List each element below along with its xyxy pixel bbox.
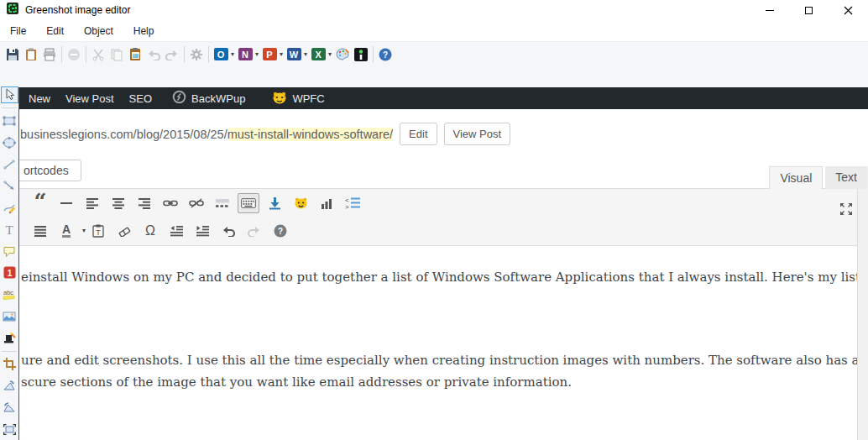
rotate-cw-tool-icon[interactable]	[1, 377, 18, 395]
obfuscate-tool-icon[interactable]	[1, 307, 18, 325]
read-more-tag-icon	[212, 193, 233, 213]
indent-icon	[191, 221, 213, 241]
shortcodes-button: ortcodes	[18, 160, 81, 181]
svg-text:T: T	[5, 223, 13, 236]
freehand-tool-icon[interactable]	[1, 199, 18, 217]
dropdown-caret-icon[interactable]: ▾	[304, 50, 307, 58]
paste-as-text-icon: T	[87, 221, 109, 241]
tinymce-toolbar-row2: A ▾ T Ω ?	[19, 217, 857, 244]
text-tool-icon[interactable]: T	[1, 221, 18, 238]
content-paragraph: ure and edit screenshots. I use this all…	[19, 349, 857, 393]
rectangle-tool-icon[interactable]	[1, 112, 18, 129]
page-background-strip	[858, 166, 868, 440]
adminbar-view-post: View Post	[58, 92, 122, 105]
redo-icon	[163, 45, 181, 65]
menu-edit[interactable]: Edit	[38, 22, 72, 40]
dropdown-caret-icon[interactable]: ▾	[280, 50, 283, 58]
greenshot-logo-icon	[7, 3, 18, 18]
edit-permalink-button: Edit	[400, 123, 437, 145]
undo-icon	[144, 45, 163, 65]
selection-tool-icon[interactable]	[1, 86, 18, 104]
counter-tool-icon[interactable]: 1	[1, 265, 18, 282]
print-icon[interactable]	[40, 45, 59, 65]
wpfc-tiger-icon	[272, 91, 287, 107]
upload-to-imgur-icon[interactable]	[352, 45, 370, 65]
permalink-row: businesslegions.com/blog/2015/08/25/must…	[20, 123, 510, 145]
svg-text:1: 1	[7, 269, 12, 278]
align-center-icon	[107, 193, 129, 213]
send-to-outlook-icon[interactable]: O	[212, 45, 230, 65]
insert-link-icon	[159, 193, 181, 213]
rotate-ccw-tool-icon[interactable]	[1, 399, 18, 416]
menu-bar: File Edit Object Help	[0, 20, 868, 41]
toolbar-toggle-icon	[238, 193, 259, 213]
crop-tool-icon[interactable]	[1, 355, 18, 373]
adminbar-backwpup: BackWPup	[165, 90, 253, 107]
cut-icon	[89, 45, 107, 65]
settings-gear-icon[interactable]	[187, 45, 206, 65]
adminbar-new: New	[21, 92, 58, 105]
menu-help[interactable]: Help	[125, 22, 163, 40]
download-insert-icon	[264, 193, 285, 213]
minimize-icon[interactable]	[750, 0, 789, 20]
window-title: Greenshot image editor	[25, 4, 130, 16]
help-icon[interactable]: ?	[376, 45, 395, 65]
menu-file[interactable]: File	[2, 22, 34, 40]
align-right-icon	[133, 193, 155, 213]
editor-mode-tabs: Visual Text	[769, 166, 867, 189]
blockquote-icon: “	[29, 193, 51, 213]
svg-text:abc: abc	[3, 289, 13, 296]
svg-text:?: ?	[278, 227, 283, 236]
copy-to-clipboard-icon[interactable]	[22, 45, 40, 65]
view-post-button: View Post	[444, 123, 511, 145]
redo-mce-icon	[243, 221, 265, 241]
post-content: einstall Windows on my PC and decided to…	[19, 246, 858, 440]
send-to-excel-icon[interactable]: X	[309, 45, 327, 65]
highlight-tool-icon[interactable]: abc	[1, 285, 18, 303]
special-character-icon: Ω	[139, 221, 161, 241]
svg-text:T: T	[96, 228, 101, 236]
title-bar: Greenshot image editor	[0, 0, 868, 20]
send-to-word-icon[interactable]: W	[285, 45, 303, 65]
effects-tool-icon[interactable]	[1, 329, 18, 347]
stats-icon	[316, 193, 337, 213]
distraction-free-icon	[839, 202, 853, 219]
main-toolbar: O ▾ N ▾ P ▾ W ▾ X ▾ ?	[0, 41, 868, 66]
close-icon[interactable]	[829, 0, 868, 20]
content-line: scure sections of the image that you wan…	[21, 371, 857, 393]
code-insert-icon: <>	[342, 193, 363, 213]
permalink-slug: must-install-windows-software/	[227, 128, 393, 141]
tinymce-toolbar-row1: “	[19, 189, 857, 217]
adminbar-seo: SEO	[122, 92, 159, 105]
tinymce-toolbar: “	[19, 188, 858, 246]
horizontal-rule-icon	[55, 193, 77, 213]
text-color-caret-icon: ▾	[82, 227, 86, 234]
arrow-tool-icon[interactable]	[1, 177, 18, 195]
dropdown-caret-icon[interactable]: ▾	[231, 50, 234, 58]
window-controls	[750, 0, 868, 20]
menu-object[interactable]: Object	[76, 22, 122, 40]
send-to-powerpoint-icon[interactable]: P	[260, 45, 279, 65]
editor-canvas[interactable]: New View Post SEO BackWPup WPFC business…	[18, 87, 868, 440]
speechbubble-tool-icon[interactable]	[1, 243, 18, 260]
remove-link-icon	[186, 193, 207, 213]
tab-text: Text	[825, 166, 867, 189]
resize-tool-icon[interactable]	[1, 421, 18, 438]
content-line: ure and edit screenshots. I use this all…	[21, 349, 857, 371]
svg-text:>: >	[345, 203, 349, 210]
line-tool-icon[interactable]	[1, 155, 18, 173]
open-in-paint-icon[interactable]	[333, 45, 352, 65]
maximize-icon[interactable]	[789, 0, 829, 20]
send-to-onenote-icon[interactable]: N	[236, 45, 254, 65]
adminbar-wpfc: WPFC	[264, 91, 332, 107]
clear-formatting-icon	[113, 221, 135, 241]
permalink-base: businesslegions.com/blog/2015/08/25/	[20, 128, 227, 141]
justify-icon	[29, 221, 51, 241]
paste-icon[interactable]	[126, 45, 144, 65]
dropdown-caret-icon[interactable]: ▾	[328, 50, 332, 58]
align-left-icon	[81, 193, 103, 213]
ellipse-tool-icon[interactable]	[1, 134, 18, 151]
copy-icon	[107, 45, 126, 65]
dropdown-caret-icon[interactable]: ▾	[255, 50, 259, 58]
save-icon[interactable]	[3, 45, 22, 65]
